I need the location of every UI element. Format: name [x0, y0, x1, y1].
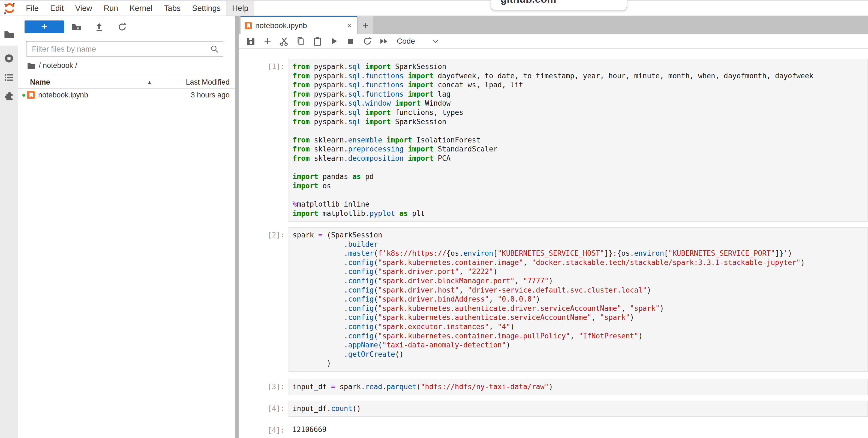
input-prompt: [2]: [239, 227, 288, 372]
restart-run-all-button[interactable] [379, 36, 389, 46]
home-folder-icon [27, 62, 35, 69]
file-modified: 3 hours ago [191, 91, 229, 99]
filter-box [26, 41, 223, 57]
fast-forward-icon [379, 36, 389, 46]
notebook-file-icon [244, 22, 252, 29]
save-button[interactable] [246, 36, 255, 46]
search-icon [210, 45, 219, 54]
paste-cells-button[interactable] [313, 36, 322, 46]
code-cell: [3]:input_df = spark.read.parquet("hdfs:… [239, 379, 868, 395]
cell-type-dropdown[interactable]: Code [397, 37, 439, 46]
notebook-toolbar: Code [239, 34, 868, 49]
table-of-contents-icon[interactable] [3, 72, 15, 83]
refresh-button[interactable] [117, 22, 127, 32]
menu-file[interactable]: File [20, 1, 44, 16]
input-prompt: [4]: [239, 401, 288, 417]
dock-tab-bar: notebook.ipynb × + [239, 16, 868, 34]
plus-icon: + [41, 21, 48, 32]
main-dock-panel: notebook.ipynb × + [239, 16, 868, 438]
cell-editor[interactable]: spark = (SparkSession .builder .master(f… [288, 227, 868, 372]
cell-editor[interactable]: input_df.count() [288, 401, 868, 417]
jupyterlab-window: FileEditViewRunKernelTabsSettingsHelp gi… [0, 0, 868, 438]
file-row[interactable]: notebook.ipynb3 hours ago [18, 89, 235, 101]
restart-icon [363, 36, 372, 46]
panel-splitter-handle[interactable] [235, 16, 239, 438]
browser-popup: github.com [491, 0, 627, 10]
code-cell: [2]:spark = (SparkSession .builder .mast… [239, 227, 868, 372]
input-prompt: [3]: [239, 379, 288, 395]
column-header-modified[interactable]: Last Modified [162, 76, 235, 88]
menu-kernel[interactable]: Kernel [124, 1, 158, 16]
add-cell-button[interactable] [263, 36, 272, 46]
copy-cells-button[interactable] [296, 36, 305, 46]
kernel-running-dot [22, 94, 25, 97]
chevron-down-icon [432, 39, 439, 43]
run-cell-button[interactable] [330, 36, 339, 46]
sort-ascending-icon: ▲ [147, 80, 152, 85]
code-cell: [1]:from pyspark.sql import SparkSession… [239, 59, 868, 222]
interrupt-kernel-button[interactable] [346, 36, 355, 46]
output-row: [4]:12106669 [239, 422, 868, 437]
popup-domain-text: github.com [500, 0, 627, 5]
menu-view[interactable]: View [69, 1, 98, 16]
sidebar-strip [0, 46, 18, 438]
cut-cells-button[interactable] [280, 36, 289, 46]
filter-files-input[interactable] [31, 41, 207, 57]
stop-icon [346, 36, 355, 46]
new-folder-icon [71, 22, 81, 32]
breadcrumb[interactable]: / notebook / [27, 60, 77, 71]
breadcrumb-path: / notebook / [39, 61, 77, 70]
file-list: notebook.ipynb3 hours ago [18, 89, 235, 101]
column-header-name[interactable]: Name ▲ [18, 76, 162, 88]
menu-run[interactable]: Run [98, 1, 124, 16]
file-browser-toolbar: + [18, 16, 235, 39]
plus-icon [263, 36, 272, 46]
cell-editor[interactable]: from pyspark.sql import SparkSessionfrom… [288, 59, 868, 222]
code-cell: [4]:input_df.count() [239, 401, 868, 417]
running-kernels-icon[interactable] [3, 53, 15, 64]
restart-kernel-button[interactable] [363, 36, 372, 46]
tab-close-icon[interactable]: × [347, 21, 352, 31]
cell-editor[interactable]: input_df = spark.read.parquet("hdfs://hd… [288, 379, 868, 395]
refresh-icon [117, 22, 127, 32]
upload-icon [94, 22, 104, 32]
new-launcher-button[interactable]: + [25, 21, 64, 33]
tab-label: notebook.ipynb [255, 21, 307, 30]
scissors-icon [280, 36, 289, 46]
output-prompt: [4]: [239, 422, 288, 437]
paste-icon [313, 36, 322, 46]
run-icon [330, 36, 339, 46]
cell-list: [1]:from pyspark.sql import SparkSession… [239, 59, 868, 437]
extension-manager-puzzle-icon[interactable] [3, 91, 15, 103]
input-prompt: [1]: [239, 59, 288, 222]
file-list-header: Name ▲ Last Modified [18, 76, 235, 89]
cell-type-value: Code [397, 37, 415, 46]
new-tab-button[interactable]: + [358, 16, 373, 34]
menu-tabs[interactable]: Tabs [158, 1, 186, 16]
upload-button[interactable] [94, 22, 104, 32]
menu-settings[interactable]: Settings [186, 1, 226, 16]
new-folder-button[interactable] [71, 22, 81, 32]
sidebar-tab-filebrowser[interactable] [0, 16, 18, 46]
file-browser-panel: + [18, 16, 235, 438]
tab-notebook[interactable]: notebook.ipynb × [241, 16, 357, 34]
menu-help[interactable]: Help [226, 1, 254, 16]
notebook-file-icon [27, 91, 35, 99]
save-icon [246, 36, 255, 46]
cell-output: 12106669 [288, 422, 868, 437]
menu-items: FileEditViewRunKernelTabsSettingsHelp [20, 1, 254, 16]
notebook-content: [1]:from pyspark.sql import SparkSession… [239, 49, 868, 438]
main-menu-bar: FileEditViewRunKernelTabsSettingsHelp [0, 1, 868, 16]
file-name: notebook.ipynb [38, 91, 88, 99]
stackable-logo-icon [3, 2, 16, 14]
menu-edit[interactable]: Edit [44, 1, 69, 16]
copy-icon [296, 36, 305, 46]
folder-icon [3, 29, 15, 40]
